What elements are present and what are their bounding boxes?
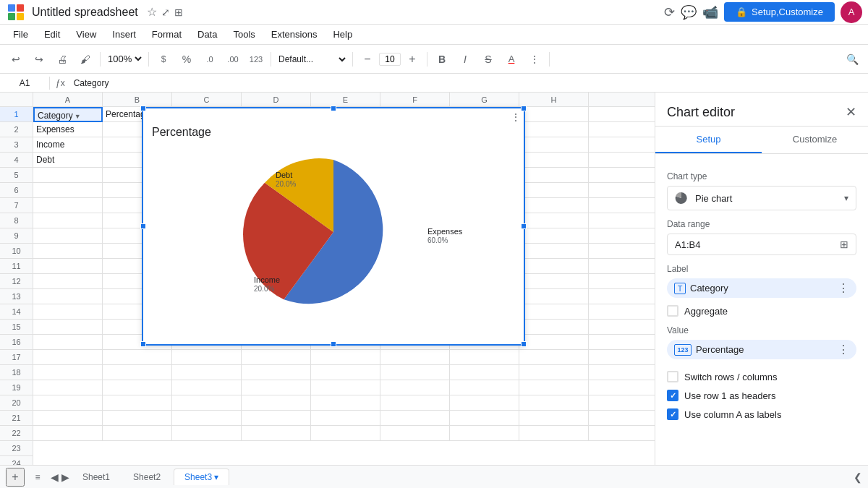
cell-c17[interactable] [172,350,242,365]
cell-a2[interactable]: Expenses [33,122,103,137]
aggregate-checkbox[interactable] [667,305,678,317]
cell-c22[interactable] [172,426,242,441]
cell-a7[interactable] [33,198,103,213]
tab-setup[interactable]: Setup [655,127,762,153]
editor-close-button[interactable]: ✕ [846,104,856,120]
cell-h14[interactable] [519,304,589,320]
resize-handle-bc[interactable] [331,341,336,347]
cell-h22[interactable] [519,426,589,441]
cell-f22[interactable] [380,426,450,441]
cell-h7[interactable] [519,198,589,213]
switch-rows-columns-checkbox[interactable] [667,371,678,382]
collapse-panel-icon[interactable]: ❮ [854,471,862,483]
cell-b19[interactable] [103,380,172,395]
cell-h21[interactable] [519,411,589,426]
cell-a6[interactable] [33,183,103,198]
folder-icon[interactable]: ⊞ [174,7,183,18]
cell-a8[interactable] [33,213,103,228]
call-icon[interactable]: 📹 [702,4,718,20]
bold-button[interactable]: B [432,49,452,69]
data-range-grid-icon[interactable]: ⊞ [840,239,848,250]
use-row-headers-checkbox[interactable]: ✓ [667,390,678,401]
formula-input[interactable] [71,78,865,88]
dec-decrease-button[interactable]: .0 [200,49,220,69]
data-range-row[interactable]: A1:B4 ⊞ [667,234,856,255]
cell-a1[interactable]: Category▼ [33,107,103,122]
cell-c19[interactable] [172,380,242,395]
cell-d18[interactable] [242,365,311,380]
number-format-button[interactable]: 123 [246,49,266,69]
cell-d17[interactable] [242,350,311,365]
label-chip-more-icon[interactable]: ⋮ [838,281,849,295]
cell-a16[interactable] [33,335,103,350]
cell-a17[interactable] [33,350,103,365]
cell-h8[interactable] [519,213,589,228]
avatar[interactable]: A [841,1,862,23]
cell-c21[interactable] [172,411,242,426]
cell-h9[interactable] [519,228,589,244]
sheet-tab-sheet2[interactable]: Sheet2 [123,469,171,485]
sheet-tab-sheet3[interactable]: Sheet3 ▾ [174,468,229,485]
cell-g18[interactable] [450,365,519,380]
cell-h16[interactable] [519,335,589,350]
cell-d20[interactable] [242,395,311,411]
cell-f21[interactable] [380,411,450,426]
cell-reference-input[interactable] [3,78,46,88]
resize-handle-bl[interactable] [140,341,146,347]
cell-b22[interactable] [103,426,172,441]
cell-a4[interactable]: Debt [33,153,103,168]
menu-format[interactable]: Format [145,27,189,41]
sheet-nav-left[interactable]: ◀ [51,471,59,483]
cell-a10[interactable] [33,244,103,259]
cell-e21[interactable] [311,411,380,426]
cell-h20[interactable] [519,395,589,411]
cell-a11[interactable] [33,259,103,274]
tab-customize[interactable]: Customize [762,127,868,153]
italic-button[interactable]: I [455,49,475,69]
cell-e19[interactable] [311,380,380,395]
font-size-decrease[interactable]: − [357,49,378,69]
add-sheet-button[interactable]: + [6,468,25,487]
cell-f17[interactable] [380,350,450,365]
use-col-labels-checkbox[interactable]: ✓ [667,408,678,420]
cell-c18[interactable] [172,365,242,380]
resize-handle-br[interactable] [521,341,527,347]
percent-button[interactable]: % [176,49,197,69]
cell-a20[interactable] [33,395,103,411]
cell-e17[interactable] [311,350,380,365]
cell-a5[interactable] [33,168,103,183]
menu-data[interactable]: Data [190,27,224,41]
cell-g22[interactable] [450,426,519,441]
resize-handle-mr[interactable] [521,223,527,229]
menu-help[interactable]: Help [326,27,359,41]
menu-tools[interactable]: Tools [226,27,262,41]
font-size-input[interactable] [379,53,401,66]
share-button[interactable]: 🔒 Setup,Customize [724,2,835,22]
cell-a18[interactable] [33,365,103,380]
cell-h13[interactable] [519,289,589,304]
font-family-select[interactable]: Default... [276,53,348,65]
cell-a14[interactable] [33,304,103,320]
cell-h10[interactable] [519,244,589,259]
comments-icon[interactable]: 💬 [681,4,697,20]
value-chip[interactable]: 123 Percentage ⋮ [667,340,856,359]
font-size-increase[interactable]: + [402,49,422,69]
cell-b18[interactable] [103,365,172,380]
cell-f19[interactable] [380,380,450,395]
history-icon[interactable]: ⟳ [664,4,675,20]
print-button[interactable]: 🖨 [52,49,72,69]
move-icon[interactable]: ⤢ [161,7,170,18]
star-icon[interactable]: ☆ [147,5,157,19]
text-color-button[interactable]: A [501,49,522,69]
strikethrough-button[interactable]: S [478,49,498,69]
currency-button[interactable]: $ [153,49,174,69]
cell-a3[interactable]: Income [33,137,103,153]
cell-h19[interactable] [519,380,589,395]
cell-a13[interactable] [33,289,103,304]
chart-menu-button[interactable]: ⋮ [511,111,521,123]
cell-a21[interactable] [33,411,103,426]
cell-g21[interactable] [450,411,519,426]
cell-h11[interactable] [519,259,589,274]
cell-c20[interactable] [172,395,242,411]
cell-h1[interactable] [519,107,589,122]
